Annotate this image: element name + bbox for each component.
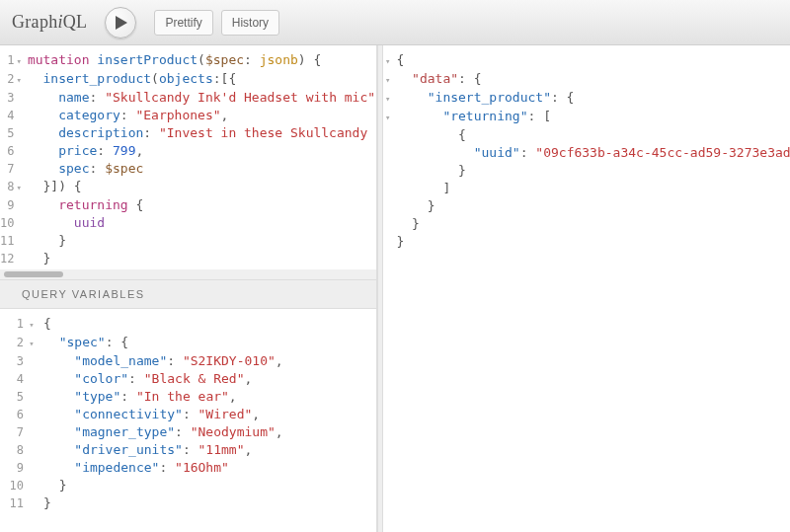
line-number: 9	[0, 196, 16, 214]
code-content: "model_name": "S2IKDY-010",	[38, 352, 376, 370]
code-line: 11 }	[0, 232, 376, 250]
code-content: "spec": {	[38, 334, 376, 352]
line-number: 2	[0, 334, 26, 352]
code-line: ▾ "insert_product": {	[383, 89, 790, 108]
code-line: {	[383, 126, 790, 144]
fold-marker	[26, 494, 38, 512]
code-content: "returning": [	[390, 108, 790, 126]
code-content: }	[390, 215, 790, 233]
code-content: "uuid": "09cf633b-a34c-45cc-ad59-3273e3a…	[390, 144, 790, 162]
fold-marker[interactable]: ▾	[26, 315, 38, 334]
fold-marker	[26, 423, 38, 441]
code-content: {	[38, 315, 376, 334]
code-content: {	[390, 51, 790, 70]
line-number: 6	[0, 406, 26, 423]
line-number: 9	[0, 459, 26, 477]
line-number: 8	[0, 178, 16, 196]
code-line: }	[383, 215, 790, 233]
code-content: returning {	[22, 196, 376, 214]
fold-marker[interactable]: ▾	[385, 108, 390, 126]
fold-marker[interactable]: ▾	[16, 51, 21, 70]
line-number: 11	[0, 232, 16, 250]
code-content: "connectivity": "Wired",	[38, 406, 376, 423]
code-content: }]) {	[22, 178, 376, 196]
line-number: 4	[0, 370, 26, 388]
code-line: ▾ "data": {	[383, 70, 790, 89]
code-content: uuid	[22, 214, 376, 232]
code-content: category: "Earphones",	[22, 107, 376, 124]
app-logo: GraphiQL	[12, 12, 87, 33]
line-number: 12	[0, 250, 16, 267]
prettify-button[interactable]: Prettify	[154, 10, 212, 36]
code-content: }	[22, 232, 376, 250]
query-variables-header[interactable]: Query Variables	[0, 279, 376, 309]
code-line: 2▾ "spec": {	[0, 334, 376, 352]
code-line: 6 price: 799,	[0, 142, 376, 160]
line-number: 1	[0, 51, 16, 70]
code-line: }	[383, 233, 790, 251]
fold-marker[interactable]: ▾	[385, 51, 390, 70]
line-number: 3	[0, 89, 16, 107]
code-line: "uuid": "09cf633b-a34c-45cc-ad59-3273e3a…	[383, 144, 790, 162]
line-number: 11	[0, 494, 26, 512]
query-editor[interactable]: 1▾mutation insertProduct($spec: jsonb) {…	[0, 45, 376, 269]
code-content: insert_product(objects:[{	[22, 70, 376, 89]
variables-editor[interactable]: 1▾{2▾ "spec": {3 "model_name": "S2IKDY-0…	[0, 309, 376, 533]
code-line: 10 }	[0, 477, 376, 494]
line-number: 1	[0, 315, 26, 334]
code-content: price: 799,	[22, 142, 376, 160]
code-line: 1▾mutation insertProduct($spec: jsonb) {	[0, 51, 376, 70]
code-content: }	[390, 197, 790, 215]
fold-marker[interactable]: ▾	[385, 70, 390, 89]
code-line: 4 category: "Earphones",	[0, 107, 376, 124]
code-line: 7 "magner_type": "Neodymium",	[0, 423, 376, 441]
code-line: ▾ "returning": [	[383, 108, 790, 126]
fold-marker	[26, 406, 38, 423]
response-viewer[interactable]: ▾{▾ "data": {▾ "insert_product": {▾ "ret…	[383, 45, 790, 532]
history-button[interactable]: History	[221, 10, 279, 36]
line-number: 5	[0, 124, 16, 142]
code-content: "type": "In the ear",	[38, 388, 376, 406]
line-number: 5	[0, 388, 26, 406]
line-number: 2	[0, 70, 16, 89]
code-line: 1▾{	[0, 315, 376, 334]
code-content: {	[390, 126, 790, 144]
code-content: "color": "Black & Red",	[38, 370, 376, 388]
code-line: 2▾ insert_product(objects:[{	[0, 70, 376, 89]
code-line: 6 "connectivity": "Wired",	[0, 406, 376, 423]
code-line: 8 "driver_units": "11mm",	[0, 441, 376, 459]
play-icon	[116, 16, 127, 30]
code-content: description: "Invest in these Skullcandy…	[22, 124, 376, 142]
code-line: 3 "model_name": "S2IKDY-010",	[0, 352, 376, 370]
code-content: }	[38, 477, 376, 494]
code-line: 8▾ }]) {	[0, 178, 376, 196]
line-number: 10	[0, 477, 26, 494]
code-content: name: "Skullcandy Ink'd Headset with mic…	[22, 89, 376, 107]
line-number: 7	[0, 423, 26, 441]
execute-button[interactable]	[105, 7, 136, 38]
code-content: "insert_product": {	[390, 89, 790, 108]
code-content: "magner_type": "Neodymium",	[38, 423, 376, 441]
fold-marker[interactable]: ▾	[16, 70, 21, 89]
code-content: }	[22, 250, 376, 267]
code-content: mutation insertProduct($spec: jsonb) {	[22, 51, 376, 70]
line-number: 8	[0, 441, 26, 459]
code-line: 9 returning {	[0, 196, 376, 214]
code-line: ▾{	[383, 51, 790, 70]
code-content: "impedence": "16Ohm"	[38, 459, 376, 477]
result-pane: ▾{▾ "data": {▾ "insert_product": {▾ "ret…	[383, 45, 790, 532]
svg-marker-0	[116, 16, 127, 30]
fold-marker	[26, 388, 38, 406]
fold-marker[interactable]: ▾	[26, 334, 38, 352]
horizontal-scrollbar[interactable]	[0, 269, 376, 279]
code-line: }	[383, 162, 790, 180]
code-line: 7 spec: $spec	[0, 160, 376, 178]
fold-marker[interactable]: ▾	[385, 89, 390, 108]
left-pane: 1▾mutation insertProduct($spec: jsonb) {…	[0, 45, 377, 532]
line-number: 4	[0, 107, 16, 124]
fold-marker	[26, 477, 38, 494]
code-line: 11}	[0, 494, 376, 512]
fold-marker[interactable]: ▾	[16, 178, 21, 196]
code-content: ]	[390, 180, 790, 197]
line-number: 3	[0, 352, 26, 370]
